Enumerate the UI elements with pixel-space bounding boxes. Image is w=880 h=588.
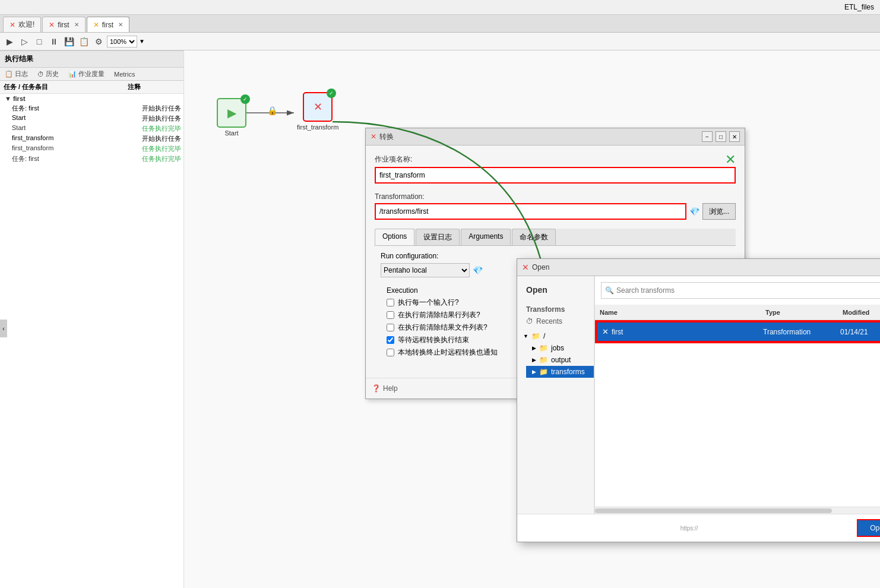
tab-options[interactable]: Options	[375, 229, 414, 245]
dialog-close[interactable]: ✕	[729, 131, 740, 142]
zoom-select[interactable]: 100% 50% 75% 125% 150%	[107, 36, 137, 48]
saveas-button[interactable]: 📋	[77, 35, 90, 48]
file-list-empty	[595, 343, 880, 507]
results-tab-log[interactable]: 📋 日志	[0, 68, 33, 80]
checkbox-1[interactable]	[387, 311, 394, 319]
run-config-icon: 💎	[473, 265, 483, 275]
toolbar: ▶ ▷ □ ⏸ 💾 📋 ⚙ 100% 50% 75% 125% 150% ▼	[0, 33, 880, 50]
recents-icon: ⏱	[526, 317, 533, 325]
open-button[interactable]: Open	[857, 519, 880, 537]
tree-transforms[interactable]: ▶ 📁 transforms	[526, 366, 594, 378]
list-item: Start 开始执行任务	[0, 113, 183, 124]
start-node[interactable]: ▶ ✓ Start	[217, 98, 246, 137]
path-label: https://	[526, 525, 852, 532]
tab-welcome[interactable]: ✕ 欢迎!	[3, 17, 41, 32]
canvas-area: ▶ ✓ Start 🔒 ✕ ✓ first_transform	[184, 50, 880, 588]
file-name-cell: ✕ first	[597, 325, 758, 339]
stop-button[interactable]: □	[33, 35, 46, 48]
checkbox-0[interactable]	[387, 299, 394, 306]
start-label: Start	[224, 129, 238, 137]
run-button[interactable]: ▶	[3, 35, 16, 48]
dialog-transform-title: ✕ 转换	[371, 132, 394, 142]
checkbox-2[interactable]	[387, 324, 394, 331]
dialog-transform-titlebar: ✕ 转换 − □ ✕	[366, 128, 745, 146]
job-name-label: 作业项名称:	[375, 154, 736, 165]
tree-output[interactable]: ▶ 📁 output	[526, 354, 594, 366]
pause-button[interactable]: ⏸	[48, 35, 61, 48]
col-type: Type	[761, 307, 838, 318]
dialog-maximize[interactable]: □	[716, 131, 726, 142]
recents-item[interactable]: ⏱ Recents	[517, 315, 594, 327]
list-item: first_transform 任务执行完毕	[0, 144, 183, 154]
save-button[interactable]: 💾	[62, 35, 75, 48]
file-transform-icon: ✕	[602, 327, 609, 336]
app-title: ETL_files	[844, 3, 874, 11]
dialog-open-title: ✕ Open	[522, 263, 549, 272]
tab-bar: ✕ 欢迎! ✕ first ✕ ✕ first ✕	[0, 15, 880, 33]
tab-named-params[interactable]: 命名参数	[512, 229, 556, 245]
file-row-first[interactable]: ✕ first Transformation 01/14/21	[596, 321, 880, 342]
metrics-icon: 📊	[68, 70, 77, 78]
list-item: Start 任务执行完毕	[0, 124, 183, 134]
tab-log[interactable]: 设置日志	[416, 229, 460, 245]
tree-transforms-expand: ▶	[532, 369, 536, 375]
log-icon: 📋	[5, 70, 13, 78]
pentaho-icon: ✕	[725, 152, 736, 167]
results-list: ▼ first 任务: first 开始执行任务 Start 开始执行任务 St…	[0, 94, 183, 164]
tab-first1-close[interactable]: ✕	[74, 21, 79, 28]
open-heading: Open	[517, 282, 594, 301]
main-area: ‹ 执行结果 📋 日志 ⏱ 历史 📊 作业度量 Metrics 任务 / 任务条…	[0, 50, 880, 588]
file-list-selected: ✕ first Transformation 01/14/21	[595, 320, 880, 343]
col-task: 任务 / 任务条目	[0, 81, 124, 93]
tab-arguments[interactable]: Arguments	[461, 229, 511, 245]
tab-first2-label: first	[102, 21, 113, 29]
open-footer: https:// Open Cancel	[517, 514, 880, 542]
open-right: 🔍 Name Type Modified ✕ first	[594, 276, 880, 514]
search-icon: 🔍	[605, 286, 614, 295]
open-search: 🔍	[595, 276, 880, 305]
help-button[interactable]: ❓ Help	[372, 384, 398, 393]
tab-welcome-icon: ✕	[10, 21, 15, 29]
results-title: 执行结果	[5, 54, 33, 64]
dialog-minimize[interactable]: −	[702, 131, 713, 142]
history-icon: ⏱	[37, 71, 44, 78]
help-icon: ❓	[372, 384, 381, 393]
transformation-input[interactable]	[375, 203, 686, 220]
collapse-handle[interactable]: ‹	[0, 320, 7, 337]
checkbox-3[interactable]	[387, 336, 394, 344]
tree-root[interactable]: ▼ 📁 /	[517, 330, 594, 342]
tab-first2[interactable]: ✕ first ✕	[87, 17, 129, 32]
checkbox-4[interactable]	[387, 349, 394, 356]
zoom-arrow: ▼	[139, 38, 145, 45]
scroll-bar[interactable]	[595, 507, 880, 514]
dialog-open-titlebar: ✕ Open − □ ✕	[517, 259, 880, 276]
list-item: first_transform 开始执行任务	[0, 134, 183, 144]
browse-button[interactable]: 浏览...	[702, 203, 736, 220]
transform-label: first_transform	[297, 124, 338, 131]
col-note: 注释	[124, 81, 183, 93]
tree-jobs[interactable]: ▶ 📁 jobs	[526, 342, 594, 354]
results-tab-metrics[interactable]: 📊 作业度量	[64, 68, 109, 80]
results-tab-metrics2[interactable]: Metrics	[109, 68, 140, 80]
file-tree: ▼ 📁 / ▶ 📁 jobs ▶ 📁 output	[517, 330, 594, 378]
transform-node[interactable]: ✕ ✓ first_transform	[297, 92, 338, 131]
open-body: Open Transforms ⏱ Recents ▼ 📁 /	[517, 276, 880, 514]
list-item: 任务: first 任务执行完毕	[0, 154, 183, 164]
tab-first2-icon: ✕	[93, 21, 99, 29]
list-item: 任务: first 开始执行任务	[0, 103, 183, 113]
job-name-input[interactable]	[375, 167, 736, 184]
tab-welcome-label: 欢迎!	[18, 20, 34, 30]
run-config-select[interactable]: Pentaho local	[381, 263, 470, 277]
open-sidebar: Open Transforms ⏱ Recents ▼ 📁 /	[517, 276, 594, 514]
results-col-headers: 任务 / 任务条目 注释	[0, 81, 183, 94]
transformation-label: Transformation:	[375, 192, 736, 201]
settings-button[interactable]: ⚙	[92, 35, 105, 48]
results-panel: ‹ 执行结果 📋 日志 ⏱ 历史 📊 作业度量 Metrics 任务 / 任务条…	[0, 50, 184, 588]
search-input[interactable]	[601, 282, 880, 299]
section-arrow: ▼	[5, 95, 11, 102]
results-tab-history[interactable]: ⏱ 历史	[33, 68, 64, 80]
dialog-open-icon: ✕	[522, 263, 529, 272]
tab-first2-close[interactable]: ✕	[118, 21, 123, 28]
tab-first1[interactable]: ✕ first ✕	[42, 17, 85, 32]
step-button[interactable]: ▷	[18, 35, 31, 48]
